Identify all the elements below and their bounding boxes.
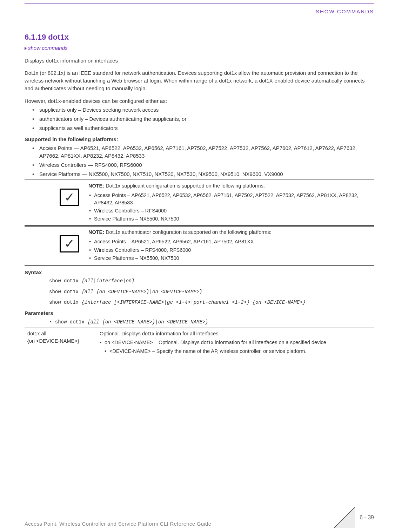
syntax-line: show dot1x {all|interface|on} xyxy=(49,277,374,284)
breadcrumb: show commands xyxy=(25,44,374,52)
note-box-supplicant: ✓ NOTE: Dot.1x supplicant configuration … xyxy=(25,179,374,226)
footer-guide-title: Access Point, Wireless Controller and Se… xyxy=(25,521,211,527)
table-row: dot1x all {on <DEVICE-NAME>} Optional. D… xyxy=(25,328,374,358)
syntax-cmd: show dot1x xyxy=(49,289,81,295)
footer-right: 6 - 39 xyxy=(334,507,374,528)
syntax-line: show dot1x {interface [<INTERFACE-NAME>|… xyxy=(49,299,374,306)
parameters-table: dot1x all {on <DEVICE-NAME>} Optional. D… xyxy=(25,328,374,358)
list-item: supplicants only – Devices seeking netwo… xyxy=(25,106,374,114)
parameters-heading: Parameters xyxy=(25,309,374,317)
param-name-cell: dot1x all {on <DEVICE-NAME>} xyxy=(25,328,97,358)
section-heading: 6.1.19 dot1x xyxy=(25,32,374,43)
note-text: NOTE: Dot.1x authenticator configuration… xyxy=(88,229,374,262)
page-content: 6.1.19 dot1x show commands Displays dot1… xyxy=(25,4,374,358)
list-item: Service Platforms – NX5500, NX7500 xyxy=(88,215,374,223)
parameter-syntax-line: show dot1x {all {on <DEVICE-NAME>}|on <D… xyxy=(49,318,374,326)
note-box-authenticator: ✓ NOTE: Dot.1x authenticator configurati… xyxy=(25,226,374,265)
list-item: Access Points – AP6521, AP6522, AP6562, … xyxy=(88,238,374,245)
supported-platforms-list: Access Points — AP6521, AP6522, AP6532, … xyxy=(25,144,374,178)
checkmark-icon: ✓ xyxy=(60,235,79,252)
list-item: Wireless Controllers – RFS4000 xyxy=(88,207,374,215)
param-name-1: dot1x all xyxy=(27,331,46,336)
param-args: {all {on <DEVICE-NAME>}|on <DEVICE-NAME>… xyxy=(87,319,208,325)
param-cmd: show dot1x xyxy=(55,319,87,325)
list-item: Service Platforms — NX5500, NX7500, NX75… xyxy=(25,170,374,178)
document-page: SHOW COMMANDS 6.1.19 dot1x show commands… xyxy=(0,4,395,532)
note-list: Access Points – AP6521, AP6522, AP6562, … xyxy=(88,238,374,262)
syntax-args: {interface [<INTERFACE-NAME>|ge <1-4>|po… xyxy=(81,300,306,305)
list-item: <DEVICE-NAME> – Specify the name of the … xyxy=(105,348,371,355)
checkmark-icon: ✓ xyxy=(60,189,79,206)
param-desc-list: on <DEVICE-NAME> – Optional. Displays do… xyxy=(100,339,371,355)
param-desc-cell: Optional. Displays dot1x information for… xyxy=(97,328,374,358)
syntax-line: show dot1x {all {on <DEVICE-NAME>}|on <D… xyxy=(49,288,374,295)
list-item: Service Platforms – NX5500, NX7500 xyxy=(88,255,374,262)
syntax-args: {all {on <DEVICE-NAME>}|on <DEVICE-NAME>… xyxy=(81,289,202,295)
list-item: Access Points — AP6521, AP6522, AP6532, … xyxy=(25,144,374,160)
page-corner-icon xyxy=(334,507,355,528)
param-desc-top: Optional. Displays dot1x information for… xyxy=(100,331,219,336)
intro-paragraph-3: However, dot1x-enabled devices can be co… xyxy=(25,97,374,105)
list-item: Wireless Controllers — RFS4000, RFS6000 xyxy=(25,161,374,169)
intro-paragraph-2: Dot1x (or 802.1x) is an IEEE standard fo… xyxy=(25,69,374,92)
intro-paragraph-1: Displays dot1x information on interfaces xyxy=(25,57,374,65)
list-item: Access Points – AP6521, AP6522, AP6532, … xyxy=(88,192,374,206)
list-item: Wireless Controllers – RFS4000, RFS6000 xyxy=(88,247,374,254)
note-list: Access Points – AP6521, AP6522, AP6532, … xyxy=(88,192,374,223)
supported-platforms-heading: Supported in the following platforms: xyxy=(25,136,374,143)
breadcrumb-text: show commands xyxy=(28,45,68,51)
list-item: supplicants as well authenticators xyxy=(25,124,374,132)
param-sub-desc: on <DEVICE-NAME> – Optional. Displays do… xyxy=(105,340,326,345)
note-text: NOTE: Dot.1x supplicant configuration is… xyxy=(88,182,374,223)
param-sub-list: <DEVICE-NAME> – Specify the name of the … xyxy=(105,348,371,355)
note-label: NOTE: xyxy=(88,229,104,235)
syntax-heading: Syntax xyxy=(25,269,374,276)
note-lead: Dot.1x authenticator configuration is su… xyxy=(104,229,271,235)
syntax-cmd: show dot1x xyxy=(49,278,81,284)
header-section-title: SHOW COMMANDS xyxy=(316,8,374,15)
page-number: 6 - 39 xyxy=(360,513,374,521)
note-lead: Dot.1x supplicant configuration is suppo… xyxy=(104,183,265,189)
arrow-right-icon xyxy=(25,47,27,50)
list-item: on <DEVICE-NAME> – Optional. Displays do… xyxy=(100,339,371,355)
note-label: NOTE: xyxy=(88,183,104,189)
page-footer: Access Point, Wireless Controller and Se… xyxy=(0,520,395,528)
syntax-args: {all|interface|on} xyxy=(81,278,134,284)
config-mode-list: supplicants only – Devices seeking netwo… xyxy=(25,106,374,132)
param-name-2: {on <DEVICE-NAME>} xyxy=(27,338,79,344)
list-item: authenticators only – Devices authentica… xyxy=(25,115,374,123)
syntax-cmd: show dot1x xyxy=(49,300,81,305)
